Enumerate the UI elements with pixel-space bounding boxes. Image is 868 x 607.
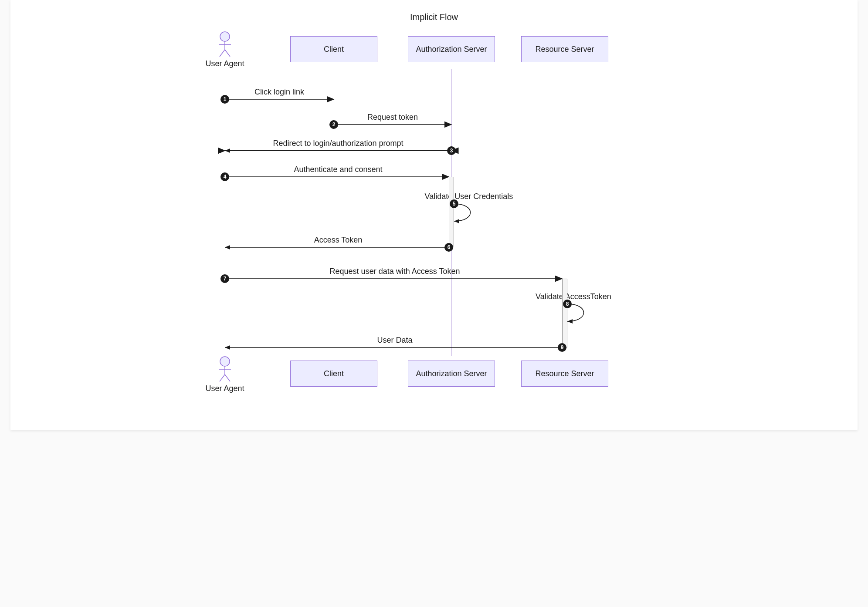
seq-badge-4: 4	[220, 172, 229, 181]
sequence-diagram: Implicit Flow User Agent Client Authoriz…	[173, 12, 695, 413]
seq-badge-7: 7	[220, 274, 229, 283]
seq-badge-1: 1	[220, 95, 229, 104]
message-arrows	[173, 12, 695, 413]
svg-marker-17	[454, 219, 459, 223]
svg-marker-21	[567, 319, 573, 324]
svg-marker-23	[225, 345, 230, 350]
seq-badge-5: 5	[450, 199, 458, 208]
svg-marker-15	[225, 148, 230, 153]
svg-marker-19	[225, 245, 230, 250]
seq-badge-6: 6	[444, 243, 453, 252]
seq-badge-2: 2	[329, 120, 338, 129]
seq-badge-9: 9	[558, 343, 566, 352]
seq-badge-8: 8	[563, 300, 572, 308]
seq-badge-3: 3	[447, 146, 456, 155]
